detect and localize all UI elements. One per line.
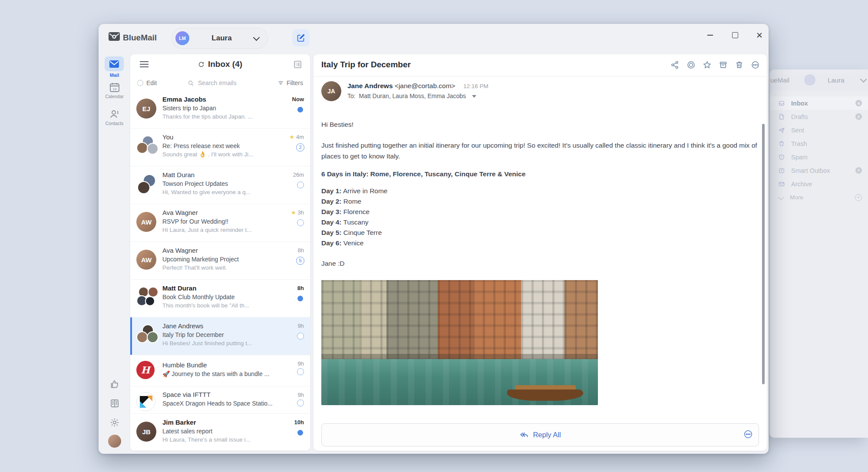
unread-dot: [297, 107, 303, 112]
sync-status-icon: [137, 80, 143, 86]
itinerary-day: Day 4: Tuscany: [321, 217, 759, 228]
trash-icon: [778, 140, 785, 147]
spam-icon: [778, 154, 785, 161]
email-row[interactable]: H Humble Bundle 🚀 Journey to the stars w…: [130, 355, 310, 386]
user-avatar[interactable]: [99, 435, 130, 448]
sender-email: <jane@cortab.com>: [395, 82, 455, 89]
email-time: 12:16 PM: [463, 83, 488, 89]
boat: [507, 381, 583, 401]
app-title-fragment: ueMail: [770, 76, 789, 84]
reply-options-icon[interactable]: [743, 429, 753, 439]
email-row[interactable]: Matt Duran Book Club Monthly Update This…: [130, 280, 310, 317]
svg-text:19: 19: [112, 87, 116, 91]
email-row[interactable]: AW Ava Wagner Upcoming Marketing Project…: [130, 242, 310, 280]
gear-icon: [109, 417, 120, 428]
unread-dot: [297, 430, 303, 436]
sender-block: JA Jane Andrews <jane@cortab.com> 12:16 …: [321, 81, 488, 101]
reading-mode-button[interactable]: [99, 398, 130, 409]
feedback-button[interactable]: [99, 379, 130, 389]
sent-icon: [778, 127, 785, 134]
itinerary-day: Day 6: Venice: [321, 238, 759, 248]
close-button[interactable]: ✕: [752, 28, 767, 42]
folder-item-spam[interactable]: Spam: [769, 150, 868, 164]
read-circle[interactable]: [297, 333, 304, 340]
reply-all-button[interactable]: Reply All: [321, 423, 759, 446]
recipients: Matt Duran, Laura Moss, Emma Jacobs: [359, 92, 466, 99]
mark-unread-icon[interactable]: [686, 60, 696, 69]
avatar: AW: [136, 212, 156, 232]
read-circle[interactable]: [297, 368, 304, 375]
folder-item-inbox[interactable]: Inbox 4: [769, 96, 868, 110]
chevron-down-icon: [253, 34, 260, 41]
compose-button[interactable]: [292, 29, 310, 46]
folder-item-drafts[interactable]: Drafts 2: [769, 110, 868, 123]
right-window-titlebar: ueMail Laura: [769, 69, 868, 90]
email-row[interactable]: Space via IFTTT SpaceX Dragon Heads to S…: [130, 386, 310, 414]
star-icon[interactable]: [291, 209, 296, 216]
reader-scrollbar[interactable]: [762, 124, 765, 384]
background-window-right[interactable]: ueMail Laura Inbox 4 Drafts 2 Sent Tr: [769, 69, 868, 438]
folder-item-sent[interactable]: Sent: [769, 123, 868, 137]
share-icon[interactable]: [670, 60, 680, 69]
email-row[interactable]: Matt Duran Towson Project Updates Hi, Wa…: [130, 166, 310, 204]
inbox-title: Inbox (4): [130, 59, 310, 69]
star-icon[interactable]: [703, 60, 712, 69]
account-name: Laura: [189, 34, 254, 43]
read-circle[interactable]: [297, 219, 304, 226]
maximize-button[interactable]: [727, 28, 743, 42]
view-toggle-button[interactable]: [293, 60, 302, 69]
sidebar-label-contacts: Contacts: [99, 121, 130, 126]
filters-button[interactable]: Filters: [277, 79, 303, 86]
avatar: [804, 74, 815, 86]
email-list: EJ Emma Jacobs Sisters trip to Japan Tha…: [130, 91, 310, 451]
refresh-icon[interactable]: [198, 61, 205, 68]
read-circle[interactable]: [297, 399, 304, 406]
chevron-down-icon[interactable]: [860, 76, 867, 83]
email-row-selected[interactable]: Jane Andrews Italy Trip for December Hi …: [130, 317, 310, 355]
search-input[interactable]: [197, 79, 247, 87]
minimize-button[interactable]: [702, 28, 718, 42]
account-switcher[interactable]: LM Laura: [172, 28, 268, 49]
trash-icon[interactable]: [735, 60, 744, 69]
avatar-group: [136, 135, 159, 158]
sidebar-item-calendar[interactable]: 19 Calendar: [99, 82, 130, 99]
search-bar[interactable]: [157, 79, 277, 87]
sidebar-item-contacts[interactable]: Contacts: [99, 109, 130, 126]
body-greeting: Hi Besties!: [321, 119, 759, 130]
folder-item-archive[interactable]: Archive: [769, 177, 868, 191]
avatar: AW: [136, 250, 156, 270]
folder-badge: 7: [855, 167, 862, 174]
email-body: Hi Besties! Just finished putting togeth…: [321, 119, 759, 405]
body-paragraph: Just finished putting together an initia…: [321, 140, 759, 162]
recipients-line[interactable]: To: Matt Duran, Laura Moss, Emma Jacobs: [347, 92, 488, 99]
folder-item-trash[interactable]: Trash: [769, 137, 868, 150]
sidebar-item-mail[interactable]: [105, 56, 124, 71]
email-row[interactable]: AW Ava Wagner RSVP for Our Wedding!! Hi …: [130, 204, 310, 242]
more-options-icon[interactable]: [751, 60, 760, 69]
read-circle[interactable]: [297, 182, 304, 188]
itinerary-day: Day 1: Arrive in Rome: [321, 186, 759, 196]
avatar: [108, 435, 121, 448]
folder-item-smart-outbox[interactable]: Smart Outbox 7: [769, 164, 868, 177]
app-title: BlueMail: [123, 33, 157, 43]
archive-icon[interactable]: [719, 60, 728, 69]
avatar: EJ: [136, 99, 156, 119]
email-row[interactable]: You Re: Press release next week Sounds g…: [130, 129, 310, 166]
edit-button[interactable]: Edit: [137, 79, 157, 86]
avatar-group: [136, 287, 159, 309]
mail-icon: [109, 60, 119, 68]
add-folder-icon[interactable]: +: [855, 194, 862, 201]
email-row[interactable]: EJ Emma Jacobs Sisters trip to Japan Tha…: [130, 91, 310, 129]
folder-item-more[interactable]: More +: [769, 191, 868, 204]
archive-icon: [778, 181, 785, 188]
settings-button[interactable]: [99, 417, 130, 428]
email-row[interactable]: JB Jim Barker Latest sales report Hi Lau…: [130, 414, 310, 451]
humble-bundle-logo: H: [136, 361, 155, 379]
avatar-group: [136, 324, 159, 347]
reader-header: Italy Trip for December: [314, 54, 767, 76]
itinerary-day: Day 3: Florence: [321, 207, 759, 217]
inbox-icon: [778, 100, 785, 107]
chevron-down-icon[interactable]: [472, 95, 476, 98]
chevron-down-icon: [778, 195, 784, 200]
star-icon[interactable]: [289, 134, 294, 140]
